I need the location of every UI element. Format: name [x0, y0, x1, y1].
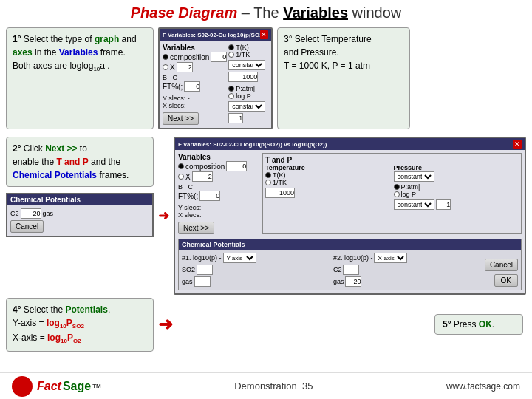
win1-var-label: Variables [163, 44, 227, 52]
win1-patm-section: P:atm| log P [228, 85, 268, 100]
win1-composition-radio[interactable] [163, 54, 168, 60]
win2-pot1: #1. log10(p) - Y-axis SO2 gas [182, 253, 329, 287]
win2-temp-label: Temperature [265, 164, 391, 171]
title-variables: Variables [283, 4, 348, 21]
title-phase-diagram: Phase Diagram [131, 4, 238, 21]
win2-constant-select[interactable]: constant [394, 171, 434, 182]
win1-ftp-label: FT%(; [163, 83, 183, 91]
win2-comp-input[interactable] [226, 161, 247, 171]
win2-log10-radio[interactable] [178, 174, 184, 180]
win2-pot1-so2: SO2 [182, 266, 195, 273]
step3-values: T = 1000 K, P = 1 atm [284, 61, 370, 71]
step1-text1: Select the type of [24, 34, 95, 44]
chem-win1-title: Chemical Potentials [7, 194, 152, 205]
win1-logp-label: log P [236, 92, 251, 100]
win2-p-input[interactable] [436, 200, 451, 210]
win1-ktk-label: 1/TK [236, 51, 250, 58]
win1-tk-section: T(K) 1/TK [228, 44, 268, 58]
title-the: The [253, 4, 283, 21]
step4-text1: Select the [24, 304, 66, 315]
step4-arrow: ➜ [158, 314, 173, 335]
variables-window-2: F Variables: S02-02-Cu log10(p(SO2)) vs … [174, 137, 526, 295]
win1-log-input[interactable] [177, 62, 193, 72]
win1-close-btn[interactable]: ✕ [260, 30, 268, 39]
step3-text1: Select [295, 34, 321, 44]
win2-ok-btn[interactable]: OK [494, 274, 518, 287]
win2-chem-title: Chemical Potentials [179, 239, 521, 250]
win1-p-input[interactable] [228, 113, 243, 123]
chem-win1-unit: gas [43, 210, 54, 217]
win2-log10-label: X [185, 173, 191, 181]
win2-pot2-gas-input[interactable] [345, 276, 361, 287]
step4-yaxis: Y-axis = log10PSO2 [13, 318, 84, 328]
win2-comp-radio[interactable] [178, 163, 184, 169]
win2-close-btn[interactable]: ✕ [513, 140, 522, 149]
win2-logp-radio[interactable] [394, 191, 400, 197]
win2-pot1-gas-input[interactable] [194, 276, 211, 287]
win2-tk-radio[interactable] [265, 172, 271, 178]
win1-composition-item: composition [163, 52, 227, 62]
win2-p-select[interactable]: constant [394, 200, 434, 210]
win2-tk-input[interactable] [265, 188, 295, 198]
win1-x-label: X slecs: - [163, 102, 227, 109]
win2-pot1-label: #1. log10(p) - [182, 254, 222, 262]
win2-next-btn[interactable]: Next >> [178, 222, 214, 234]
footer-url: www.factsage.com [446, 381, 520, 392]
win2-pot1-select[interactable]: Y-axis [223, 253, 256, 263]
step2-text2: to [78, 143, 87, 154]
win1-ftp-input[interactable] [184, 81, 200, 92]
win1-constant-select[interactable]: constant [228, 60, 265, 70]
win1-tk-label: T(K) [236, 44, 249, 51]
win2-ktk-radio[interactable] [265, 180, 271, 185]
win1-log10-radio[interactable] [163, 64, 168, 70]
win1-comp-input[interactable] [211, 52, 227, 62]
win2-patm-radio[interactable] [394, 184, 400, 190]
step1-axes: axes [13, 47, 33, 58]
win2-pot1-so2-input[interactable] [197, 265, 213, 275]
win1-tk-input[interactable] [228, 72, 258, 82]
step1-callout: 1° Select the type of graph and axes in … [6, 27, 154, 129]
win2-ftp-input[interactable] [200, 191, 220, 201]
win2-pot2-c2-input[interactable] [343, 265, 359, 275]
win2-log10-item: X [178, 171, 259, 182]
win2-log-input[interactable] [192, 171, 213, 182]
step4-xaxis: X-axis = log10PO2 [13, 332, 81, 343]
win1-next-btn[interactable]: Next >> [163, 112, 199, 125]
win1-patm-radio[interactable] [228, 86, 234, 92]
win2-axis-labels: Y slecs: X slecs: [178, 204, 259, 219]
step3-text2: and [284, 47, 301, 58]
win2-pot2-gas: gas [333, 278, 344, 285]
win1-tk-radio[interactable] [228, 44, 234, 50]
win2-pot2-c2: C2 [333, 266, 342, 273]
win2-ftp-label: FT%(; [178, 192, 198, 200]
win2-cancel-btn[interactable]: Cancel [485, 259, 518, 271]
logo-fact: Fact [37, 380, 61, 393]
win1-y-label: Y slecs: - [163, 95, 227, 102]
chem-win1-cancel-btn[interactable]: Cancel [10, 220, 44, 233]
title-window: window [352, 4, 402, 21]
logo-sage: Sage [63, 380, 91, 393]
win2-comp-label: composition [185, 163, 225, 171]
step2-chem: Chemical Potentials [13, 170, 97, 180]
step2-tp: T and P [56, 157, 88, 167]
step3-temp: Temperature [321, 34, 371, 44]
win1-p-select[interactable]: constant [228, 101, 265, 112]
step3-callout: 3° Select Temperature and Pressure. T = … [277, 27, 410, 129]
step5-text1: Press [454, 319, 479, 330]
step2-arrow: ➜ [158, 208, 169, 224]
step5-number: 5° [443, 319, 451, 330]
win1-log10-label: X [170, 64, 175, 72]
win2-x-label: X slecs: [178, 211, 259, 219]
step5-callout: 5° Press OK. [434, 314, 523, 335]
step1-graph: graph [95, 34, 119, 44]
win1-logp-radio[interactable] [228, 93, 234, 99]
win1-log10-item: X [163, 62, 227, 72]
step2-text3: enable the [13, 157, 56, 167]
chem-win1-c2-input[interactable] [21, 208, 41, 219]
chem-win1-row: C2 gas [10, 208, 149, 219]
win2-pot1-gas: gas [182, 278, 193, 285]
win2-pressure-label: Pressure [394, 164, 519, 171]
win1-bc-label: B C [163, 74, 227, 81]
win2-pot2-select[interactable]: X-axis [374, 253, 407, 263]
win1-ktk-radio[interactable] [228, 52, 234, 58]
